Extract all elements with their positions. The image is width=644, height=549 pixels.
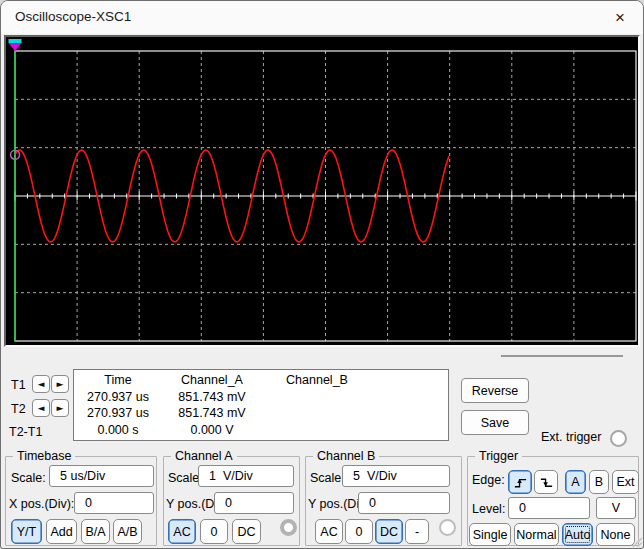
diff-channel-a-value: 0.000 V <box>162 423 262 438</box>
diff-channel-b-value <box>262 423 372 438</box>
channel-b-ypos-input[interactable] <box>358 492 450 514</box>
readout-header-channel-a: Channel_A <box>162 373 262 388</box>
timebase-xpos-input[interactable] <box>74 492 154 514</box>
channel-b-group: Channel B Scale: Y pos.(Div): AC 0 DC - <box>305 456 462 546</box>
scope-scrollbar-divider <box>501 355 623 357</box>
window-title: Oscilloscope-XSC1 <box>15 1 131 33</box>
trigger-level-label: Level: <box>472 502 505 516</box>
trigger-title: Trigger <box>475 449 522 463</box>
timebase-xpos-label: X pos.(Div): <box>9 497 74 511</box>
cursor-t2-label: T2 <box>11 402 26 416</box>
rising-edge-button[interactable] <box>508 470 532 494</box>
falling-edge-icon <box>539 475 554 490</box>
channel-b-dc-button[interactable]: DC <box>375 519 403 544</box>
rising-edge-icon <box>513 475 528 490</box>
channel-b-terminal-indicator <box>439 519 456 536</box>
channel-a-zero-button[interactable]: 0 <box>200 519 228 544</box>
resize-grip[interactable] <box>630 535 642 547</box>
reverse-button[interactable]: Reverse <box>461 378 529 403</box>
channel-b-minus-button[interactable]: - <box>405 519 429 544</box>
readout-row-t1: 270.937 us 851.743 mV <box>74 390 448 405</box>
channel-a-dc-button[interactable]: DC <box>232 519 261 544</box>
timebase-mode-add-button[interactable]: Add <box>46 519 77 544</box>
timebase-mode-yt-button[interactable]: Y/T <box>11 519 42 544</box>
channel-a-group: Channel A Scale: Y pos.(Div): AC 0 DC <box>163 456 300 546</box>
close-icon[interactable]: × <box>605 4 635 31</box>
trigger-mode-normal-button[interactable]: Normal <box>514 523 559 546</box>
ext-trigger-label: Ext. trigger <box>541 430 601 444</box>
channel-b-scale-input[interactable] <box>342 465 450 487</box>
cursor-diff-label: T2-T1 <box>9 425 42 439</box>
t2-time-value: 270.937 us <box>74 406 162 421</box>
timebase-title: Timebase <box>13 449 75 463</box>
trigger-mode-single-button[interactable]: Single <box>469 523 511 546</box>
trigger-group: Trigger Edge: A B Ext Level: V Single No… <box>467 456 639 546</box>
trigger-edge-label: Edge: <box>472 473 505 487</box>
ext-trigger-indicator[interactable] <box>610 430 627 447</box>
timebase-mode-ba-button[interactable]: B/A <box>81 519 110 544</box>
channel-a-scale-input[interactable] <box>198 465 294 487</box>
t2-left-arrow-button[interactable]: ◄ <box>32 399 50 417</box>
titlebar[interactable]: Oscilloscope-XSC1 × <box>1 1 643 34</box>
trigger-mode-auto-button[interactable]: Auto <box>562 523 593 546</box>
trigger-source-ext-button[interactable]: Ext <box>612 470 639 494</box>
t2-right-arrow-button[interactable]: ► <box>51 399 69 417</box>
trigger-level-input[interactable] <box>508 497 590 519</box>
t1-time-value: 270.937 us <box>74 390 162 405</box>
channel-a-terminal-indicator <box>280 519 297 536</box>
diff-time-value: 0.000 s <box>74 423 162 438</box>
timebase-group: Timebase Scale: X pos.(Div): Y/T Add B/A… <box>5 456 157 546</box>
timebase-scale-label: Scale: <box>11 471 46 485</box>
readout-row-diff: 0.000 s 0.000 V <box>74 423 448 438</box>
oscilloscope-window: Oscilloscope-XSC1 × T1 ◄ ► T2 ◄ ► T2-T1 … <box>0 0 644 549</box>
trigger-source-b-button[interactable]: B <box>589 470 609 494</box>
scope-screen <box>4 35 640 347</box>
readout-table: Time Channel_A Channel_B 270.937 us 851.… <box>73 369 449 441</box>
readout-header-row: Time Channel_A Channel_B <box>74 373 448 388</box>
falling-edge-button[interactable] <box>534 470 558 494</box>
channel-a-ypos-input[interactable] <box>214 492 294 514</box>
channel-b-ac-button[interactable]: AC <box>315 519 343 544</box>
readout-header-time: Time <box>74 373 162 388</box>
t2-channel-a-value: 851.743 mV <box>162 406 262 421</box>
cursor-1-flag[interactable] <box>9 43 22 51</box>
readout-header-channel-b: Channel_B <box>262 373 372 388</box>
channel-a-ac-button[interactable]: AC <box>168 519 196 544</box>
t1-channel-b-value <box>262 390 372 405</box>
trigger-source-a-button[interactable]: A <box>565 470 586 494</box>
trigger-level-unit-select[interactable]: V <box>596 497 636 519</box>
t1-left-arrow-button[interactable]: ◄ <box>32 375 50 393</box>
readout-row-t2: 270.937 us 851.743 mV <box>74 406 448 421</box>
save-button[interactable]: Save <box>461 410 529 435</box>
timebase-scale-input[interactable] <box>49 465 154 487</box>
t1-channel-a-value: 851.743 mV <box>162 390 262 405</box>
scope-display <box>6 37 638 345</box>
cursor-1-flag-bar[interactable] <box>9 39 22 43</box>
timebase-mode-ab-button[interactable]: A/B <box>113 519 142 544</box>
cursor-t1-label: T1 <box>11 378 26 392</box>
t2-channel-b-value <box>262 406 372 421</box>
channel-b-scale-label: Scale: <box>310 471 345 485</box>
channel-b-zero-button[interactable]: 0 <box>345 519 373 544</box>
channel-a-title: Channel A <box>171 449 237 463</box>
t1-right-arrow-button[interactable]: ► <box>51 375 69 393</box>
channel-b-title: Channel B <box>313 449 379 463</box>
